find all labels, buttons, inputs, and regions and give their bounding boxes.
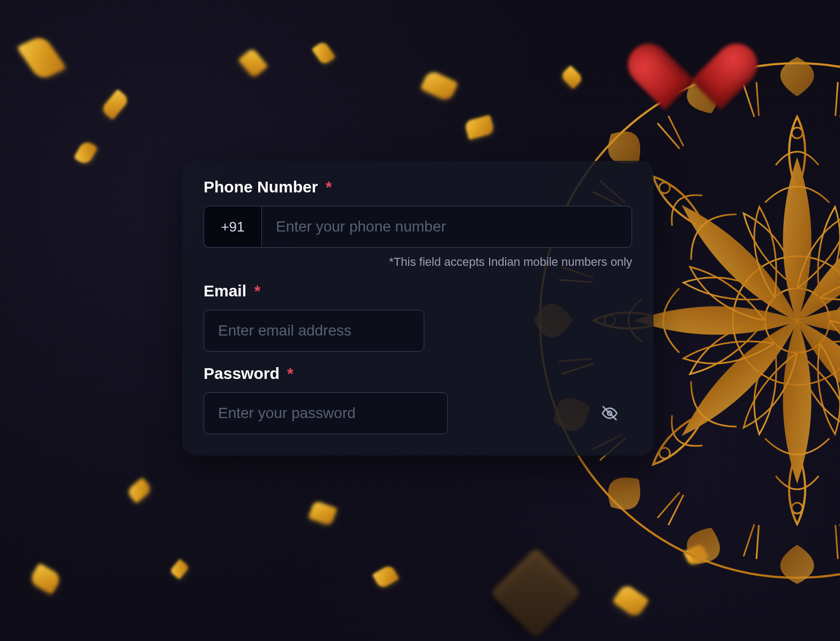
email-label-text: Email	[204, 282, 246, 300]
required-asterisk: *	[287, 364, 294, 382]
required-asterisk: *	[254, 282, 260, 300]
registration-form: Phone Number * +91 *This field accepts I…	[182, 161, 654, 456]
confetti-piece	[372, 564, 400, 590]
password-label: Password *	[204, 364, 632, 383]
phone-label-text: Phone Number	[204, 178, 318, 196]
confetti-piece	[126, 478, 153, 504]
confetti-piece	[312, 40, 336, 65]
phone-input[interactable]	[261, 206, 632, 248]
confetti-piece	[238, 48, 268, 78]
phone-field-group: Phone Number * +91 *This field accepts I…	[204, 178, 632, 269]
confetti-piece	[308, 500, 337, 526]
password-field-group: Password *	[204, 364, 632, 434]
svg-point-3	[792, 128, 802, 138]
password-label-text: Password	[204, 364, 280, 382]
heart-decoration	[652, 16, 733, 91]
confetti-piece	[420, 69, 458, 102]
phone-helper-text: *This field accepts Indian mobile number…	[204, 255, 632, 269]
eye-off-icon[interactable]	[601, 405, 618, 422]
country-code-prefix: +91	[204, 206, 261, 248]
password-input-wrapper	[204, 392, 632, 434]
email-input[interactable]	[204, 310, 424, 352]
confetti-piece	[464, 115, 494, 140]
phone-label: Phone Number *	[204, 178, 632, 196]
password-input[interactable]	[204, 392, 448, 434]
confetti-piece	[73, 139, 98, 166]
confetti-piece	[100, 89, 130, 120]
email-label: Email *	[204, 282, 632, 300]
confetti-piece	[17, 35, 67, 81]
email-field-group: Email *	[204, 282, 632, 352]
phone-input-row: +91	[204, 206, 632, 248]
confetti-piece	[169, 559, 190, 579]
required-asterisk: *	[326, 178, 332, 196]
confetti-piece	[28, 563, 62, 595]
